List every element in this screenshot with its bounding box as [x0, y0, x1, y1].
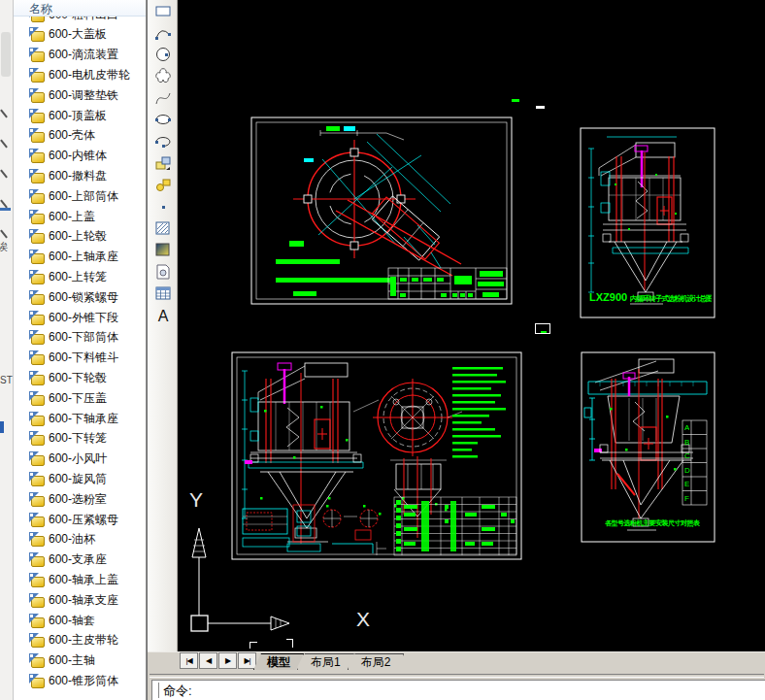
- clipped-icon: [0, 229, 8, 238]
- revision-cloud-tool-icon[interactable]: [150, 65, 176, 86]
- file-list-item[interactable]: 600-旋风筒: [13, 469, 146, 489]
- file-name: 600-下压盖: [49, 390, 107, 407]
- multiline-text-tool-icon[interactable]: A: [150, 304, 176, 325]
- tab-nav-buttons: |◀ ◀ ▶ ▶|: [180, 652, 256, 669]
- svg-text:A: A: [157, 308, 168, 324]
- file-list-item[interactable]: 600-外锥下段: [13, 308, 146, 328]
- arc-tool-icon[interactable]: [150, 21, 176, 43]
- file-name: 600-轴承上盖: [49, 572, 118, 588]
- table-tool-icon[interactable]: [150, 283, 176, 304]
- file-list-item[interactable]: 600-小风叶: [13, 449, 146, 469]
- circle-tool-icon[interactable]: [150, 44, 176, 65]
- clipped-text-fragment: 诶: [0, 240, 8, 254]
- dwg-file-icon: [29, 68, 45, 83]
- file-list-item[interactable]: 600-内锥体: [13, 146, 146, 166]
- last-tab-button[interactable]: ▶|: [238, 652, 256, 669]
- point-tool-icon[interactable]: [150, 196, 176, 217]
- rectangle-tool-icon[interactable]: [150, 0, 176, 21]
- tab-layout1[interactable]: 布局1: [297, 653, 354, 670]
- file-name: 600-旋风筒: [49, 471, 107, 487]
- dwg-file-icon: [29, 371, 45, 385]
- file-list-item[interactable]: 600-顶盖板: [13, 106, 146, 126]
- file-list-item[interactable]: 600-上转笼: [13, 267, 146, 287]
- make-block-tool-icon[interactable]: [150, 174, 176, 195]
- file-list-item[interactable]: 600-轴承支座: [13, 590, 146, 611]
- command-grip-handle[interactable]: [154, 683, 159, 698]
- size-table-row-letter: A: [684, 423, 689, 432]
- file-list-item[interactable]: 600-轴套: [13, 611, 146, 631]
- draw-toolbar: A: [148, 0, 178, 651]
- file-list-item[interactable]: 600-电机皮带轮: [13, 65, 146, 85]
- insert-block-tool-icon[interactable]: [150, 152, 176, 174]
- file-name: 600-主轴: [49, 652, 95, 669]
- file-name: 600-轴承支座: [49, 592, 118, 609]
- dwg-file-icon: [29, 472, 45, 486]
- file-name: 600-电机皮带轮: [49, 67, 130, 83]
- file-list-item[interactable]: 600-上盖: [13, 207, 146, 227]
- next-tab-button[interactable]: ▶: [218, 652, 237, 669]
- file-list-item[interactable]: 600-上部筒体: [13, 186, 146, 207]
- file-list-item[interactable]: 600-大盖板: [13, 24, 146, 45]
- file-list-item[interactable]: 600-下压盖: [13, 388, 146, 409]
- clipped-text-fragment: ST: [0, 375, 13, 385]
- file-list-item[interactable]: 600-下轮毂: [13, 368, 146, 388]
- file-list-item[interactable]: 600-轴承上盖: [13, 570, 146, 590]
- file-name: 600-小风叶: [49, 450, 107, 467]
- dwg-file-icon: [29, 311, 45, 325]
- size-table-row-letter: F: [684, 494, 689, 503]
- file-list-item[interactable]: 600-下转笼: [13, 428, 146, 449]
- dwg-file-icon: [29, 350, 45, 365]
- file-list-item[interactable]: 600-压紧螺母: [13, 510, 146, 530]
- file-list-item[interactable]: 600-锁紧螺母: [13, 287, 146, 308]
- tab-model[interactable]: 模型: [253, 653, 304, 670]
- ellipse-arc-tool-icon[interactable]: [150, 130, 176, 151]
- dwg-file-icon: [29, 653, 45, 668]
- clipped-left-panel: 诶 ST: [0, 0, 14, 700]
- command-input-area[interactable]: 命令:: [151, 680, 765, 700]
- clipped-blue-bar: [0, 208, 11, 211]
- file-name: 600-滴流装置: [49, 47, 118, 63]
- drawing-sheet-top-right: LXZ900 内循环转子式选粉机设计总图: [580, 127, 715, 318]
- tab-layout2[interactable]: 布局2: [348, 653, 405, 670]
- file-name: 600-压紧螺母: [49, 512, 118, 528]
- spline-tool-icon[interactable]: [150, 87, 176, 109]
- file-list-item[interactable]: 600-下部筒体: [13, 327, 146, 348]
- file-name: 600-撒料盘: [49, 168, 107, 184]
- file-list-item[interactable]: 600-下轴承座: [13, 409, 146, 429]
- size-table-row-letter: E: [684, 480, 689, 488]
- file-list-item[interactable]: 600-上轴承座: [13, 247, 146, 267]
- sheet-title-text: 内循环转子式选粉机设计总图: [630, 294, 712, 304]
- gradient-tool-icon[interactable]: [150, 239, 176, 260]
- file-list-item[interactable]: 600-壳体: [13, 125, 146, 146]
- dwg-file-icon: [29, 412, 45, 426]
- dwg-file-icon: [29, 88, 45, 103]
- hatch-tool-icon[interactable]: [150, 217, 176, 239]
- file-list-item[interactable]: 600-调整垫铁: [13, 85, 146, 106]
- ellipse-tool-icon[interactable]: [150, 109, 176, 130]
- file-list-item[interactable]: 600-滴流装置: [13, 45, 146, 65]
- region-tool-icon[interactable]: [150, 261, 176, 283]
- name-column-header[interactable]: 名称: [13, 0, 146, 17]
- command-window: 命令:: [148, 670, 765, 700]
- file-list-item[interactable]: 600-下料锥斗: [13, 348, 146, 368]
- file-list-item[interactable]: 600-主轴: [13, 650, 146, 671]
- first-tab-button[interactable]: |◀: [180, 652, 198, 669]
- file-list-item[interactable]: 600-上轮毂: [13, 226, 146, 247]
- file-name: 600-轴套: [49, 613, 95, 629]
- file-list-item[interactable]: 600-锥形筒体: [13, 671, 146, 691]
- file-list-item[interactable]: 600-撒料盘: [13, 166, 146, 186]
- file-name: 600-顶盖板: [49, 108, 107, 124]
- mini-viewport-rect: [535, 323, 550, 334]
- dwg-file-icon: [29, 128, 45, 143]
- file-name: 600-锥形筒体: [49, 673, 118, 689]
- prev-tab-button[interactable]: ◀: [199, 652, 217, 669]
- file-name: 600-下部筒体: [49, 329, 118, 346]
- command-window-divider[interactable]: [150, 674, 764, 678]
- file-list-item[interactable]: 600-油杯: [13, 529, 146, 550]
- file-list-item[interactable]: 600-选粉室: [13, 489, 146, 510]
- drawing-canvas[interactable]: LXZ900 内循环转子式选粉机设计总图: [178, 0, 765, 651]
- file-list-item[interactable]: 600-支承座: [13, 550, 146, 570]
- dwg-file-icon: [29, 552, 45, 567]
- file-list-item[interactable]: 600-主皮带轮: [13, 630, 146, 650]
- dwg-file-icon: [29, 633, 45, 648]
